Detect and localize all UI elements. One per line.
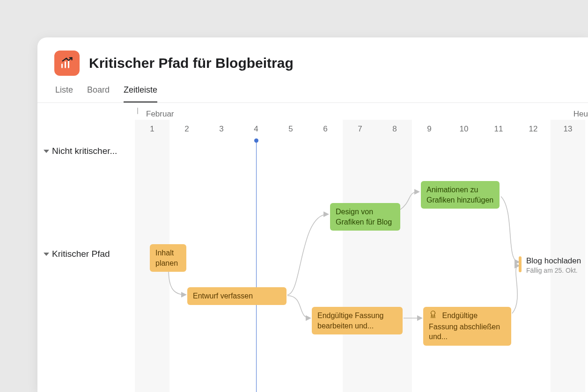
- task-label: Endgültige Fassung abschließen und...: [429, 312, 500, 341]
- section-label: Kritischer Pfad: [52, 249, 110, 259]
- milestone-text: Blog hochladen Fällig am 25. Okt.: [526, 256, 581, 274]
- date-col: 13: [551, 124, 585, 134]
- app-window: Kritischer Pfad für Blogbeitrag Liste Bo…: [37, 37, 588, 392]
- date-col: 2: [169, 124, 204, 134]
- date-col: 10: [447, 124, 481, 134]
- date-col: 5: [273, 124, 308, 134]
- date-col: 7: [343, 124, 377, 134]
- dependency-lines: [37, 103, 588, 392]
- task-label: Animationen zu Grafiken hinzufügen: [426, 186, 493, 204]
- tab-board[interactable]: Board: [87, 85, 110, 102]
- date-col: 12: [516, 124, 551, 134]
- task-final-complete[interactable]: Endgültige Fassung abschließen und...: [423, 307, 511, 346]
- task-final-edit[interactable]: Endgültige Fassung bearbeiten und...: [312, 307, 403, 334]
- project-title: Kritischer Pfad für Blogbeitrag: [89, 55, 294, 71]
- section-label: Nicht kritischer...: [52, 146, 117, 156]
- month-tick: [137, 108, 138, 114]
- header: Kritischer Pfad für Blogbeitrag Liste Bo…: [37, 37, 588, 102]
- project-icon: [54, 51, 80, 76]
- task-label: Endgültige Fassung bearbeiten und...: [317, 312, 383, 330]
- date-col: 9: [412, 124, 447, 134]
- month-label: Februar: [146, 109, 174, 119]
- date-col: 6: [308, 124, 343, 134]
- task-design-graphics[interactable]: Design von Grafiken für Blog: [330, 203, 400, 231]
- milestone-title: Blog hochladen: [526, 256, 581, 266]
- weekend-shade: [377, 120, 412, 392]
- section-critical[interactable]: Kritischer Pfad: [44, 249, 110, 259]
- date-col: 1: [135, 124, 169, 134]
- today-marker: [256, 138, 257, 392]
- task-label: Inhalt planen: [155, 249, 178, 267]
- task-label: Entwurf verfassen: [193, 292, 253, 300]
- date-col: 11: [481, 124, 516, 134]
- today-label: Heu: [573, 109, 588, 119]
- weekend-shade: [551, 120, 585, 392]
- task-plan-content[interactable]: Inhalt planen: [150, 244, 186, 272]
- timeline-area: Februar Heu 1 2 3 4 5 6 7 8 9 10 11 12 1…: [37, 103, 588, 392]
- task-label: Design von Grafiken für Blog: [336, 208, 392, 226]
- date-col: 3: [204, 124, 239, 134]
- tab-timeline[interactable]: Zeitleiste: [124, 85, 157, 102]
- date-row: 1 2 3 4 5 6 7 8 9 10 11 12 13: [37, 124, 588, 138]
- title-row: Kritischer Pfad für Blogbeitrag: [54, 51, 571, 76]
- section-non-critical[interactable]: Nicht kritischer...: [44, 146, 117, 156]
- date-col: 8: [377, 124, 412, 134]
- today-marker-dot: [254, 138, 258, 143]
- caret-down-icon: [44, 150, 49, 153]
- weekend-shade: [343, 120, 377, 392]
- milestone-bar: [519, 256, 522, 272]
- task-animations[interactable]: Animationen zu Grafiken hinzufügen: [421, 181, 500, 209]
- date-col: 4: [239, 124, 273, 134]
- tab-list[interactable]: Liste: [55, 85, 73, 102]
- caret-down-icon: [44, 253, 49, 256]
- milestone-due: Fällig am 25. Okt.: [526, 267, 581, 274]
- chart-trend-icon: [60, 57, 74, 70]
- tabs: Liste Board Zeitleiste: [54, 85, 571, 102]
- stamp-icon: [429, 311, 437, 322]
- milestone-blog-upload[interactable]: Blog hochladen Fällig am 25. Okt.: [519, 256, 581, 274]
- task-draft[interactable]: Entwurf verfassen: [187, 287, 287, 305]
